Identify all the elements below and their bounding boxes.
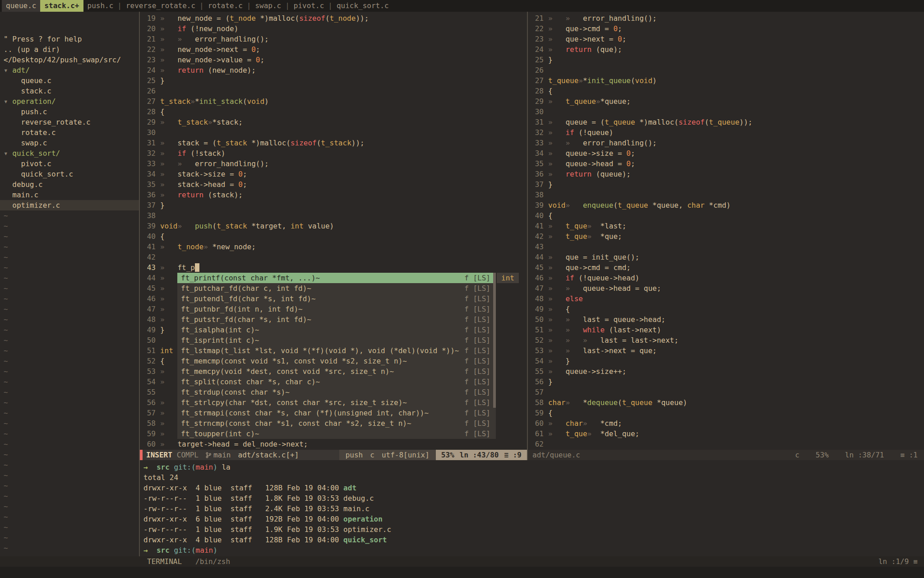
code-line-35[interactable]: 35» queue->head = 0; xyxy=(531,158,924,169)
completion-item[interactable]: ft_strmapi(const char *s, char (*f)(unsi… xyxy=(177,408,496,418)
completion-item[interactable]: ft_strlcpy(char *dst, const char *src, s… xyxy=(177,397,496,408)
code-line-51[interactable]: 51» » while (last->next) xyxy=(531,325,924,335)
tree-item[interactable]: swap.c xyxy=(4,138,139,148)
code-line-38[interactable]: 38 xyxy=(531,190,924,200)
code-line-59[interactable]: 59{ xyxy=(531,408,924,418)
code-line-52[interactable]: 52» » » last = last->next; xyxy=(531,335,924,345)
code-line-57[interactable]: 57 xyxy=(531,387,924,397)
completion-item[interactable]: ft_isalpha(int c)~f [LS] xyxy=(177,325,496,335)
code-line-27[interactable]: 27t_queue»*init_queue(void) xyxy=(531,75,924,86)
tree-item[interactable]: ▾ adt/ xyxy=(4,65,139,75)
completion-item[interactable]: ft_isprint(int c)~f [LS] xyxy=(177,335,496,345)
tree-item[interactable]: " Press ? for help xyxy=(4,34,139,44)
code-line-22[interactable]: 22» que->cmd = 0; xyxy=(531,23,924,34)
code-line-22[interactable]: 22» new_node->next = 0; xyxy=(143,44,527,55)
tab-quick-sort-c[interactable]: quick_sort.c xyxy=(333,0,393,12)
file-explorer[interactable]: " Press ? for help.. (up a dir)</Desktop… xyxy=(0,12,140,556)
code-line-37[interactable]: 37} xyxy=(531,179,924,190)
tree-item[interactable]: </Desktop/42/push_swap/src/ xyxy=(4,55,139,65)
completion-item[interactable]: ft_printf(const char *fmt, ...)~f [LS] xyxy=(177,273,496,283)
code-line-39[interactable]: 39void» push(t_stack *target, int value) xyxy=(143,221,527,231)
tree-item[interactable]: stack.c xyxy=(4,86,139,96)
queue-c-buffer[interactable]: 21» » error_handling();22» que->cmd = 0;… xyxy=(528,12,924,450)
popup-scrollbar[interactable] xyxy=(493,273,496,408)
code-line-42[interactable]: 42 xyxy=(143,252,527,262)
code-line-29[interactable]: 29» t_queue»*queue; xyxy=(531,96,924,107)
tab-swap-c[interactable]: swap.c xyxy=(251,0,285,12)
code-line-56[interactable]: 56} xyxy=(531,377,924,387)
tab-push-c[interactable]: push.c xyxy=(83,0,118,12)
code-line-26[interactable]: 26 xyxy=(143,86,527,96)
code-line-40[interactable]: 40{ xyxy=(531,210,924,221)
code-line-48[interactable]: 48» else xyxy=(531,294,924,304)
code-line-28[interactable]: 28{ xyxy=(531,86,924,96)
code-line-47[interactable]: 47» » queue->head = que; xyxy=(531,283,924,294)
tree-item[interactable]: .. (up a dir) xyxy=(4,44,139,55)
code-line-31[interactable]: 31» queue = (t_queue *)malloc(sizeof(t_q… xyxy=(531,117,924,127)
code-line-41[interactable]: 41» t_que» *last; xyxy=(531,221,924,231)
code-line-24[interactable]: 24» return (que); xyxy=(531,44,924,55)
completion-item[interactable]: ft_strdup(const char *s)~f [LS] xyxy=(177,387,496,397)
completion-item[interactable]: ft_putendl_fd(char *s, int fd)~f [LS] xyxy=(177,294,496,304)
code-line-30[interactable]: 30 xyxy=(143,127,527,138)
completion-item[interactable]: ft_putnbr_fd(int n, int fd)~f [LS] xyxy=(177,304,496,314)
code-line-58[interactable]: 58char» *dequeue(t_queue *queue) xyxy=(531,397,924,408)
tree-item[interactable]: quick_sort.c xyxy=(4,169,139,179)
code-line-43[interactable]: 43 xyxy=(531,242,924,252)
tree-item[interactable]: pivot.c xyxy=(4,158,139,169)
code-line-43[interactable]: 43» ft_p xyxy=(143,262,527,273)
tree-item[interactable]: queue.c xyxy=(4,75,139,86)
completion-item[interactable]: ft_lstmap(t_list *lst, void *(*f)(void *… xyxy=(177,345,496,356)
code-line-39[interactable]: 39void» enqueue(t_queue *queue, char *cm… xyxy=(531,200,924,210)
code-line-41[interactable]: 41» t_node» *new_node; xyxy=(143,242,527,252)
code-line-26[interactable]: 26 xyxy=(531,65,924,75)
tree-item[interactable]: main.c xyxy=(4,190,139,200)
code-line-62[interactable]: 62 xyxy=(531,439,924,449)
editor-stack-c[interactable]: 19» new_node = (t_node *)malloc(sizeof(t… xyxy=(140,12,527,460)
completion-item[interactable]: ft_strncmp(const char *s1, const char *s… xyxy=(177,418,496,429)
code-line-24[interactable]: 24» return (new_node); xyxy=(143,65,527,75)
code-line-27[interactable]: 27t_stack»*init_stack(void) xyxy=(143,96,527,107)
code-line-25[interactable]: 25} xyxy=(143,75,527,86)
code-line-35[interactable]: 35» stack->head = 0; xyxy=(143,179,527,190)
completion-item[interactable]: ft_memcpy(void *dest, const void *src, s… xyxy=(177,366,496,377)
tree-item[interactable]: rotate.c xyxy=(4,127,139,138)
code-line-60[interactable]: 60» char» *cmd; xyxy=(531,418,924,429)
code-line-61[interactable]: 61» t_que» *del_que; xyxy=(531,429,924,439)
code-line-38[interactable]: 38 xyxy=(143,210,527,221)
code-line-21[interactable]: 21» » error_handling(); xyxy=(531,13,924,23)
tree-item[interactable]: optimizer.c xyxy=(0,200,139,210)
completion-item[interactable]: ft_toupper(int c)~f [LS] xyxy=(177,429,496,439)
code-line-37[interactable]: 37} xyxy=(143,200,527,210)
code-line-29[interactable]: 29» t_stack»*stack; xyxy=(143,117,527,127)
code-line-49[interactable]: 49» { xyxy=(531,304,924,314)
code-line-44[interactable]: 44» que = init_que(); xyxy=(531,252,924,262)
tab-pivot-c[interactable]: pivot.c xyxy=(290,0,328,12)
code-line-21[interactable]: 21» » error_handling(); xyxy=(143,34,527,44)
editor-queue-c[interactable]: 21» » error_handling();22» que->cmd = 0;… xyxy=(527,12,924,460)
terminal-pane[interactable]: → src git:(main) latotal 24drwxr-xr-x 4 … xyxy=(140,460,924,556)
code-line-25[interactable]: 25} xyxy=(531,55,924,65)
tab-queue-c[interactable]: queue.c xyxy=(2,0,40,12)
code-line-31[interactable]: 31» stack = (t_stack *)malloc(sizeof(t_s… xyxy=(143,138,527,148)
code-line-50[interactable]: 50» » last = queue->head; xyxy=(531,314,924,325)
code-line-33[interactable]: 33» » error_handling(); xyxy=(143,158,527,169)
code-line-53[interactable]: 53» » last->next = que; xyxy=(531,345,924,356)
code-line-30[interactable]: 30 xyxy=(531,107,924,117)
code-line-54[interactable]: 54» } xyxy=(531,356,924,366)
code-line-45[interactable]: 45» que->cmd = cmd; xyxy=(531,262,924,273)
tree-item[interactable]: reverse_rotate.c xyxy=(4,117,139,127)
tree-item[interactable]: push.c xyxy=(4,107,139,117)
code-line-46[interactable]: 46» if (!queue->head) xyxy=(531,273,924,283)
completion-item[interactable]: ft_putchar_fd(char c, int fd)~f [LS] xyxy=(177,283,496,294)
tab-reverse-rotate-c[interactable]: reverse_rotate.c xyxy=(122,0,199,12)
completion-item[interactable]: ft_putstr_fd(char *s, int fd)~f [LS] xyxy=(177,314,496,325)
code-line-34[interactable]: 34» queue->size = 0; xyxy=(531,148,924,158)
code-line-23[interactable]: 23» new_node->value = 0; xyxy=(143,55,527,65)
code-line-55[interactable]: 55» queue->size++; xyxy=(531,366,924,377)
code-line-34[interactable]: 34» stack->size = 0; xyxy=(143,169,527,179)
tree-item[interactable]: ▾ quick_sort/ xyxy=(4,148,139,158)
code-line-42[interactable]: 42» t_que» *que; xyxy=(531,231,924,242)
tab-rotate-c[interactable]: rotate.c xyxy=(204,0,247,12)
code-line-19[interactable]: 19» new_node = (t_node *)malloc(sizeof(t… xyxy=(143,13,527,23)
